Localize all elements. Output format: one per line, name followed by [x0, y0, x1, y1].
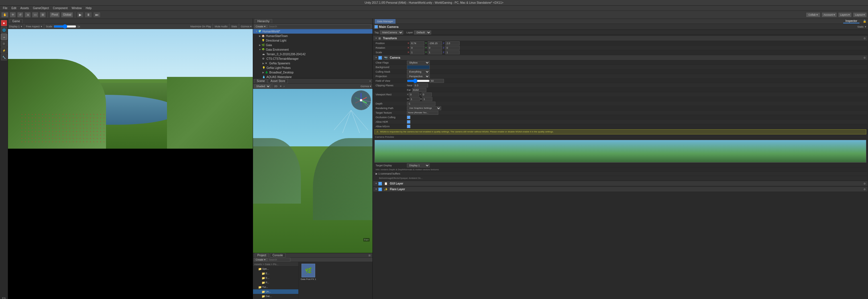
menu-gameobject[interactable]: GameObject [31, 6, 51, 10]
tree-item-2[interactable]: 💡 Directional Light [253, 38, 372, 43]
collab-btn[interactable]: Collab ▾ [806, 12, 820, 18]
hierarchy-tab[interactable]: Hierarchy [255, 19, 272, 23]
tree-item-6[interactable]: ⚙ CTS:CTSTerrainManager [253, 56, 372, 61]
sidebar-icon-4[interactable]: ⚡ [1, 47, 7, 54]
project-tree-item-spe[interactable]: 📁 Spe... [253, 267, 298, 271]
position-z-input[interactable] [445, 41, 460, 45]
menu-window[interactable]: Window [70, 6, 84, 10]
stats-btn[interactable]: Stats [231, 25, 237, 28]
gui-layer-toggle[interactable]: ✓ [378, 182, 382, 186]
project-tree-item-tur[interactable]: 📁 Tur... [253, 285, 298, 289]
hand-tool-btn[interactable]: ✋ [1, 12, 8, 18]
project-tree-item-p[interactable]: 📁 P... [253, 280, 298, 285]
sidebar-icon-3[interactable]: ⚙ [1, 40, 7, 47]
project-file-item[interactable]: 🌿 Gaia Post FX 1 [300, 263, 317, 281]
shaded-dropdown[interactable]: Shaded [254, 84, 271, 88]
flare-layer-header[interactable]: ▼ ✓ ✨ Flare Layer ⚙ [373, 187, 867, 192]
far-input[interactable] [412, 88, 426, 92]
allow-hdr-checkbox[interactable]: ✓ [407, 120, 410, 124]
game-view-tab[interactable]: Game [10, 19, 23, 23]
console-tab[interactable]: Console [270, 253, 285, 258]
gui-layer-header[interactable]: ▼ ✓ 📋 GUI Layer ⚙ [373, 181, 867, 186]
inspector-lock-icon[interactable]: 🔒 [863, 20, 866, 23]
rotation-x-input[interactable] [410, 46, 424, 50]
culling-dropdown[interactable]: Everything [407, 70, 430, 74]
project-tab[interactable]: Project [255, 253, 269, 258]
vp-h-input[interactable] [422, 97, 432, 101]
tree-item-5[interactable]: ⛰ Terrain_0_0-20181208-204142 [253, 52, 372, 56]
target-display-dropdown[interactable]: Display 1 [407, 163, 430, 167]
layers-btn[interactable]: Layers ▾ [838, 12, 852, 18]
project-tree-item-dat[interactable]: 📁 Dat... [253, 294, 298, 298]
scale-slider[interactable] [54, 25, 76, 28]
menu-component[interactable]: Component [51, 6, 69, 10]
project-tree-item-e2[interactable]: 📁 E... [253, 276, 298, 280]
tree-item-7[interactable]: ▶ ✦ GeNa Spawners [253, 61, 372, 66]
2d-btn[interactable]: 2D [273, 85, 278, 88]
menu-edit[interactable]: Edit [10, 6, 18, 10]
project-create-btn[interactable]: Create ▾ [254, 258, 267, 262]
clear-flags-dropdown[interactable]: Skybox [407, 61, 430, 65]
layer-dropdown[interactable]: Default [414, 30, 431, 34]
projection-dropdown[interactable]: Perspective [407, 74, 430, 78]
project-tree-item-un[interactable]: 📁 Un... [253, 289, 298, 294]
tree-item-4[interactable]: ▼ 🌳 Gaia Environment [253, 47, 372, 52]
flare-layer-toggle[interactable]: ✓ [378, 188, 382, 191]
move-tool-btn[interactable]: ✛ [10, 12, 16, 18]
asset-store-tab[interactable]: Asset Store [268, 79, 288, 83]
mute-audio-btn[interactable]: Mute Audio [215, 25, 227, 28]
hierarchy-create-btn[interactable]: Create ▾ [254, 25, 267, 29]
project-tree-item-e1[interactable]: 📁 E... [253, 271, 298, 276]
tree-item-10[interactable]: 💧 AQUAS Waterplane [253, 75, 372, 78]
target-texture-field[interactable]: None (Render Tex... [407, 111, 438, 115]
near-input[interactable] [414, 84, 428, 88]
audio-btn[interactable]: ♪ [283, 85, 285, 88]
tree-item-3[interactable]: ▶ 🌿 Gaia [253, 43, 372, 47]
project-close-icon[interactable]: ⊞ [368, 254, 371, 257]
position-x-input[interactable] [410, 41, 424, 45]
lighting-btn[interactable]: ☀ [279, 85, 282, 88]
rect-tool-btn[interactable]: ▭ [32, 12, 38, 18]
global-btn[interactable]: Global [61, 12, 73, 18]
scale-z-input[interactable] [445, 51, 460, 55]
tree-item-1[interactable]: ▶ 🏠 HumanStartTown [253, 34, 372, 38]
sidebar-unity-icon[interactable]: ● [1, 20, 7, 26]
camera-header[interactable]: ▼ ✓ 📷 Camera ⚙ [373, 55, 867, 60]
rendering-path-dropdown[interactable]: Use Graphics Settings [407, 106, 441, 110]
rotate-tool-btn[interactable]: ↺ [17, 12, 23, 18]
scene-canvas[interactable]: Ferr [253, 89, 372, 253]
transform-settings-icon[interactable]: ⚙ [863, 37, 866, 40]
object-active-checkbox[interactable]: ✓ [374, 25, 378, 29]
gaia-manager-btn[interactable]: Gaia Manager [374, 19, 396, 24]
rotation-y-input[interactable] [428, 46, 442, 50]
scale-x-input[interactable] [410, 51, 424, 55]
step-btn[interactable]: ⏭ [93, 12, 101, 18]
pivot-btn[interactable]: Pivot [50, 12, 60, 18]
scene-close-icon[interactable]: ✕ [369, 80, 371, 82]
position-y-input[interactable] [428, 41, 442, 45]
fov-slider[interactable] [407, 79, 430, 82]
rotation-z-input[interactable] [445, 46, 460, 50]
sidebar-icon-2[interactable]: ☁ [1, 34, 7, 40]
gizmos-scene-btn[interactable]: Gizmos ▾ [361, 85, 371, 88]
transform-header[interactable]: ▼ ⊞ Transform ⚙ [373, 36, 867, 41]
display-dropdown[interactable]: ▾ [21, 25, 22, 28]
sidebar-icon-5[interactable]: 🔧 [1, 54, 7, 60]
tab-inspector[interactable]: Inspector [843, 19, 860, 23]
occlusion-checkbox[interactable]: ✓ [407, 115, 410, 119]
camera-settings-icon[interactable]: ⚙ [863, 56, 866, 59]
menu-help[interactable]: Help [84, 6, 93, 10]
pause-btn[interactable]: ⏸ [85, 12, 92, 18]
camera-toggle[interactable]: ✓ [378, 56, 382, 60]
multi-tool-btn[interactable]: ⊞ [40, 12, 46, 18]
account-btn[interactable]: Account ▾ [822, 12, 837, 18]
tree-item-humanworld[interactable]: ▼ 🌍 HumanWorld* [253, 29, 372, 34]
scale-y-input[interactable] [428, 51, 442, 55]
play-btn[interactable]: ▶ [77, 12, 84, 18]
tag-dropdown[interactable]: MainCamera [380, 30, 403, 34]
sidebar-icon-1[interactable]: 🌐 [1, 27, 7, 33]
aspect-dropdown[interactable]: ▾ [41, 25, 42, 28]
layout-btn[interactable]: Layout ▾ [853, 12, 867, 18]
scale-tool-btn[interactable]: ⇲ [25, 12, 31, 18]
maximize-on-play-btn[interactable]: Maximize On Play [190, 25, 211, 28]
